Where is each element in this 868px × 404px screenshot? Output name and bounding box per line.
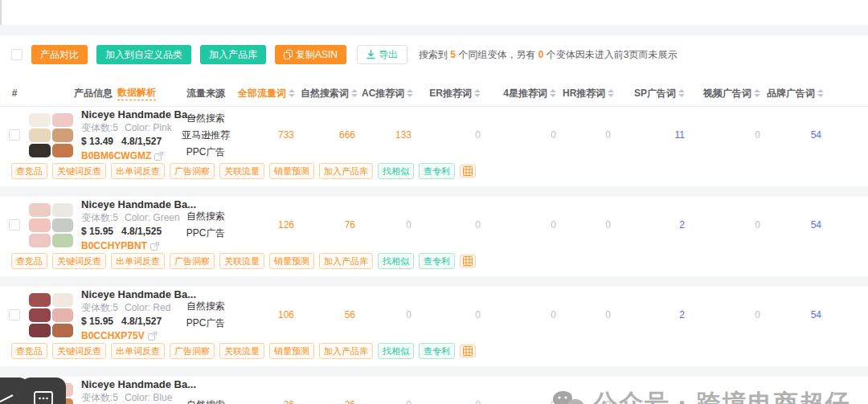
- row-checkbox[interactable]: [9, 309, 20, 320]
- price: $ 13.49: [81, 136, 113, 147]
- action-check-competitor[interactable]: 查竞品: [11, 343, 47, 359]
- action-related-traffic[interactable]: 关联流量: [219, 253, 264, 269]
- product-title[interactable]: Niceye Handmade Ba...: [81, 378, 196, 390]
- action-order-word-reverse[interactable]: 出单词反查: [111, 253, 165, 269]
- metric-all-traffic[interactable]: 26: [238, 399, 301, 404]
- metric-4star: 0: [487, 399, 563, 404]
- chat-widget-button[interactable]: [21, 377, 66, 404]
- metric-sp[interactable]: 2: [617, 219, 691, 231]
- action-ad-insight[interactable]: 广告洞察: [170, 163, 215, 179]
- column-organic-search-words[interactable]: 自然搜索词: [301, 87, 362, 100]
- row-checkbox[interactable]: [9, 129, 20, 141]
- metric-sp[interactable]: 2: [617, 309, 691, 320]
- sort-icon[interactable]: [407, 89, 413, 97]
- column-hr-words[interactable]: HR推荐词: [563, 87, 617, 100]
- asin-link[interactable]: B0CCHYPBNT: [81, 240, 147, 252]
- add-to-custom-category-button[interactable]: 加入到自定义品类: [96, 45, 191, 64]
- column-sp-ad-words[interactable]: SP广告词: [617, 87, 691, 100]
- action-sales-forecast[interactable]: 销量预测: [269, 343, 314, 359]
- sort-icon[interactable]: [754, 89, 760, 97]
- action-find-similar[interactable]: 找相似: [378, 343, 414, 359]
- metric-organic[interactable]: 76: [301, 219, 362, 231]
- metric-ac[interactable]: 133: [362, 129, 418, 141]
- metric-sp[interactable]: 11: [617, 129, 691, 141]
- product-image[interactable]: [29, 203, 73, 247]
- asin-link[interactable]: B0BM6CWGMZ: [81, 150, 151, 162]
- action-order-word-reverse[interactable]: 出单词反查: [111, 163, 165, 179]
- product-image[interactable]: [29, 293, 73, 337]
- action-add-library[interactable]: 加入产品库: [319, 253, 373, 269]
- product-image[interactable]: [29, 113, 73, 157]
- column-4star-words[interactable]: 4星推荐词: [487, 87, 563, 100]
- metric-organic[interactable]: 666: [301, 129, 362, 141]
- action-check-competitor[interactable]: 查竞品: [11, 163, 47, 179]
- metric-all-traffic[interactable]: 733: [238, 129, 301, 141]
- action-find-similar[interactable]: 找相似: [378, 253, 414, 269]
- metric-all-traffic[interactable]: 106: [238, 309, 301, 320]
- metric-organic[interactable]: 26: [301, 399, 362, 404]
- color-label: Color: Blue: [125, 392, 172, 403]
- select-all-checkbox[interactable]: [11, 49, 23, 60]
- metric-brand: 0: [767, 399, 828, 404]
- external-link-icon[interactable]: [154, 152, 163, 161]
- action-keyword-reverse[interactable]: 关键词反查: [52, 163, 106, 179]
- sort-icon[interactable]: [351, 89, 358, 97]
- traffic-sources: 自然搜索PPC广告: [174, 298, 238, 332]
- external-link-icon[interactable]: [148, 332, 157, 341]
- action-order-word-reverse[interactable]: 出单词反查: [111, 343, 165, 359]
- action-ad-insight[interactable]: 广告洞察: [170, 343, 215, 359]
- color-label: Color: Pink: [125, 122, 172, 133]
- action-related-traffic[interactable]: 关联流量: [219, 163, 264, 179]
- asin-link[interactable]: B0CCHXP75V: [81, 330, 145, 342]
- action-check-patent[interactable]: 查专利: [419, 253, 455, 269]
- sort-icon[interactable]: [550, 89, 556, 97]
- metric-brand[interactable]: 54: [767, 309, 828, 320]
- action-sales-forecast[interactable]: 销量预测: [269, 163, 314, 179]
- metric-4star: 0: [487, 219, 563, 231]
- column-ac-words[interactable]: AC推荐词: [362, 87, 418, 100]
- action-check-competitor[interactable]: 查竞品: [11, 253, 47, 269]
- external-link-icon[interactable]: [150, 242, 159, 251]
- column-product-info: 产品信息 数据解析: [29, 86, 174, 100]
- traffic-table-icon[interactable]: [460, 345, 476, 357]
- metric-er: 0: [418, 309, 487, 320]
- traffic-table-icon[interactable]: [460, 255, 476, 267]
- sort-icon[interactable]: [608, 89, 614, 97]
- column-video-ad-words[interactable]: 视频广告词: [691, 87, 767, 100]
- traffic-table-icon[interactable]: [460, 165, 476, 178]
- sort-icon[interactable]: [678, 89, 685, 97]
- row-checkbox[interactable]: [9, 219, 20, 231]
- metric-brand[interactable]: 54: [767, 219, 828, 231]
- action-related-traffic[interactable]: 关联流量: [219, 343, 264, 359]
- column-brand-ad-words[interactable]: 品牌广告词: [767, 87, 828, 100]
- variant-count-label: 变体数:5: [81, 122, 118, 133]
- export-button[interactable]: 导出: [357, 45, 407, 64]
- column-er-words[interactable]: ER推荐词: [418, 87, 487, 100]
- action-find-similar[interactable]: 找相似: [378, 163, 414, 179]
- action-sales-forecast[interactable]: 销量预测: [269, 253, 314, 269]
- copy-icon: [284, 50, 293, 59]
- sort-icon[interactable]: [817, 89, 824, 97]
- action-add-library[interactable]: 加入产品库: [319, 163, 373, 179]
- copy-asin-button[interactable]: 复制ASIN: [275, 45, 346, 64]
- action-keyword-reverse[interactable]: 关键词反查: [52, 253, 106, 269]
- action-check-patent[interactable]: 查专利: [419, 163, 455, 179]
- support-icon: [0, 390, 16, 404]
- action-ad-insight[interactable]: 广告洞察: [170, 253, 215, 269]
- add-to-product-library-button[interactable]: 加入产品库: [200, 45, 266, 64]
- color-label: Color: Green: [125, 212, 180, 223]
- sort-icon[interactable]: [474, 89, 481, 97]
- action-keyword-reverse[interactable]: 关键词反查: [52, 343, 106, 359]
- action-add-library[interactable]: 加入产品库: [319, 343, 373, 359]
- column-all-traffic-words[interactable]: 全部流量词: [238, 87, 301, 100]
- data-analysis-link[interactable]: 数据解析: [117, 86, 156, 100]
- metric-all-traffic[interactable]: 126: [238, 219, 301, 231]
- row-actions: 查竞品 关键词反查 出单词反查 广告洞察 关联流量 销量预测 加入产品库 找相似…: [11, 163, 868, 179]
- metric-brand[interactable]: 54: [767, 129, 828, 141]
- metric-er: 0: [418, 219, 487, 231]
- action-check-patent[interactable]: 查专利: [419, 343, 455, 359]
- metric-hr: 0: [563, 399, 617, 404]
- metric-organic[interactable]: 56: [301, 309, 362, 320]
- sort-icon[interactable]: [289, 89, 295, 97]
- compare-products-button[interactable]: 产品对比: [31, 45, 88, 64]
